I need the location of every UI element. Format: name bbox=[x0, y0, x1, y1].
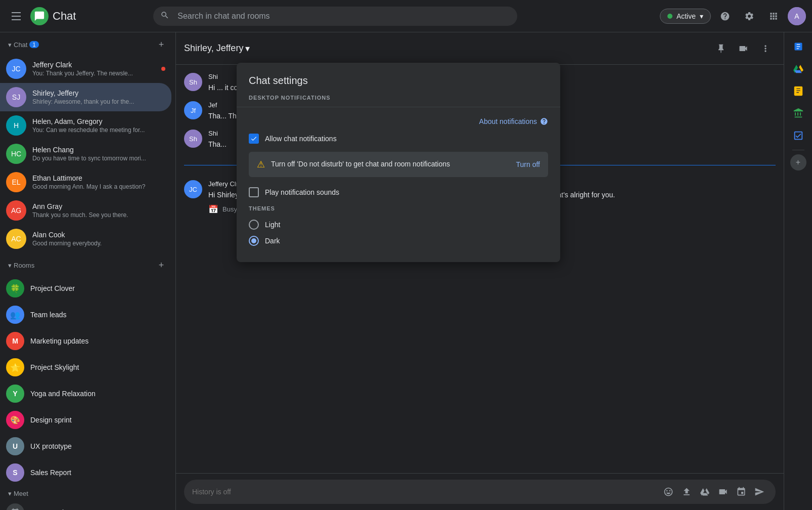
theme-light-row: Light bbox=[249, 220, 548, 230]
search-input[interactable] bbox=[153, 7, 517, 26]
room-item-project-clover[interactable]: 🍀 Project Clover bbox=[0, 275, 171, 302]
allow-chat-notifications-row: Allow chat notifications bbox=[249, 134, 548, 144]
room-item-sales-report[interactable]: S Sales Report bbox=[0, 459, 171, 486]
topbar-right: Active ▾ A bbox=[660, 6, 806, 26]
keep-app-icon bbox=[793, 86, 804, 97]
chat-item-shirley-jeffery[interactable]: SJ Shirley, Jeffery Shirley: Awesome, th… bbox=[0, 83, 171, 111]
right-panel: + bbox=[784, 32, 812, 510]
room-name: Design sprint bbox=[30, 416, 72, 424]
calendar-app-icon bbox=[793, 41, 803, 52]
avatar: AC bbox=[6, 229, 26, 249]
right-panel-drive-icon[interactable] bbox=[788, 59, 808, 79]
dnd-warning-icon: ⚠ bbox=[257, 159, 265, 170]
chat-item-ann-gray[interactable]: AG Ann Gray Thank you so much. See you t… bbox=[0, 196, 171, 225]
chat-settings-panel: Chat settings DESKTOP NOTIFICATIONS Abou… bbox=[237, 63, 560, 262]
help-circle-icon bbox=[540, 117, 548, 125]
room-item-team-leads[interactable]: 👥 Team leads bbox=[0, 302, 171, 328]
right-panel-keep-icon[interactable] bbox=[788, 81, 808, 101]
chat-item-helen-chang[interactable]: HC Helen Chang Do you have time to sync … bbox=[0, 140, 171, 168]
settings-button[interactable] bbox=[739, 6, 759, 26]
search-icon bbox=[160, 11, 169, 22]
theme-light-label: Light bbox=[265, 221, 280, 229]
theme-light-radio[interactable] bbox=[249, 220, 259, 230]
chat-area: Shirley, Jeffery ▾ Sh bbox=[176, 32, 784, 510]
chat-item-ethan-lattimore[interactable]: EL Ethan Lattimore Good morning Ann. May… bbox=[0, 168, 171, 196]
new-meeting-icon bbox=[6, 503, 24, 510]
dnd-text: Turn off 'Do not disturb' to get chat an… bbox=[271, 159, 510, 169]
svg-rect-1 bbox=[794, 87, 802, 96]
app-title: Chat bbox=[53, 10, 76, 23]
right-panel-contacts-icon[interactable] bbox=[788, 103, 808, 123]
theme-dark-radio[interactable] bbox=[249, 236, 259, 246]
right-panel-divider bbox=[792, 150, 804, 150]
topbar: Chat Active ▾ A bbox=[0, 0, 812, 32]
allow-chat-notifications-checkbox[interactable] bbox=[249, 134, 259, 144]
settings-about-row: About notifications bbox=[249, 117, 548, 125]
chat-item-jeffery-clark[interactable]: JC Jeffery Clark You: Thank you Jeffery.… bbox=[0, 55, 171, 83]
search-bar bbox=[153, 7, 517, 26]
meet-section-toggle[interactable]: ▾ Meet bbox=[8, 490, 28, 497]
room-icon: S bbox=[6, 463, 24, 482]
active-status-label: Active bbox=[676, 12, 696, 20]
meet-section-label: Meet bbox=[14, 490, 28, 497]
avatar: AG bbox=[6, 200, 26, 221]
apps-button[interactable] bbox=[763, 6, 784, 26]
hamburger-icon bbox=[12, 12, 21, 20]
right-panel-calendar-icon[interactable] bbox=[788, 36, 808, 57]
rooms-add-button[interactable]: + bbox=[153, 257, 169, 273]
desktop-notifications-label: DESKTOP NOTIFICATIONS bbox=[237, 95, 560, 107]
room-item-design-sprint[interactable]: 🎨 Design sprint bbox=[0, 407, 171, 433]
chat-name: Jeffery Clark bbox=[32, 61, 155, 69]
turn-off-dnd-button[interactable]: Turn off bbox=[516, 160, 540, 168]
apps-icon bbox=[769, 11, 779, 21]
user-avatar[interactable]: A bbox=[788, 7, 806, 25]
chat-info: Jeffery Clark You: Thank you Jeffery. Th… bbox=[32, 61, 155, 77]
chat-name: Ann Gray bbox=[32, 202, 165, 210]
checkmark-icon bbox=[250, 135, 257, 142]
overlay-backdrop[interactable]: Chat settings DESKTOP NOTIFICATIONS Abou… bbox=[176, 32, 784, 510]
chevron-down-icon: ▾ bbox=[8, 262, 12, 269]
right-panel-add-button[interactable]: + bbox=[790, 154, 806, 171]
hamburger-menu[interactable] bbox=[6, 6, 26, 26]
chat-preview: Shirley: Awesome, thank you for the... bbox=[32, 98, 165, 105]
themes-label: THEMES bbox=[249, 205, 548, 211]
room-item-yoga-relaxation[interactable]: Y Yoga and Relaxation bbox=[0, 380, 171, 407]
help-button[interactable] bbox=[715, 6, 735, 26]
drive-app-icon bbox=[793, 63, 804, 74]
avatar: HC bbox=[6, 144, 26, 164]
chat-section-label: Chat bbox=[14, 41, 27, 49]
room-item-marketing-updates[interactable]: M Marketing updates bbox=[0, 328, 171, 354]
chat-section-toggle[interactable]: ▾ Chat 1 bbox=[8, 41, 39, 49]
room-item-ux-prototype[interactable]: U UX prototype bbox=[0, 433, 171, 459]
room-icon: 🎨 bbox=[6, 411, 24, 429]
chat-item-helen-adam-gregory[interactable]: H Helen, Adam, Gregory You: Can we resch… bbox=[0, 111, 171, 140]
room-name: UX prototype bbox=[30, 442, 72, 450]
avatar: SJ bbox=[6, 87, 26, 107]
about-notifications-text: About notifications bbox=[479, 117, 537, 125]
about-notifications-link[interactable]: About notifications bbox=[479, 117, 548, 125]
active-status-button[interactable]: Active ▾ bbox=[660, 9, 711, 24]
settings-body: About notifications Allow chat notificat… bbox=[237, 107, 560, 262]
right-panel-tasks-icon[interactable] bbox=[788, 125, 808, 146]
chat-info: Alan Cook Good morning everybody. bbox=[32, 231, 165, 247]
meet-item-new-meeting[interactable]: New meeting bbox=[0, 499, 171, 510]
room-item-project-skylight[interactable]: 🌟 Project Skylight bbox=[0, 354, 171, 380]
chat-preview: You: Thank you Jeffery. The newsle... bbox=[32, 70, 155, 77]
room-icon: M bbox=[6, 332, 24, 350]
rooms-section-header: ▾ Rooms + bbox=[0, 253, 175, 275]
contacts-app-icon bbox=[793, 108, 804, 119]
chevron-down-icon: ▾ bbox=[700, 12, 703, 20]
room-icon: 🍀 bbox=[6, 279, 24, 298]
rooms-section-toggle[interactable]: ▾ Rooms bbox=[8, 262, 34, 269]
play-sounds-row: Play notification sounds bbox=[249, 187, 548, 197]
chat-info: Helen Chang Do you have time to sync tom… bbox=[32, 146, 165, 162]
chat-name: Helen Chang bbox=[32, 146, 165, 154]
allow-chat-notifications-label: Allow chat notifications bbox=[265, 135, 337, 143]
chat-preview: Thank you so much. See you there. bbox=[32, 211, 165, 219]
chat-info: Ann Gray Thank you so much. See you ther… bbox=[32, 202, 165, 219]
chat-item-alan-cook[interactable]: AC Alan Cook Good morning everybody. bbox=[0, 225, 171, 253]
avatar: JC bbox=[6, 59, 26, 79]
chat-add-button[interactable]: + bbox=[153, 36, 169, 53]
play-sounds-checkbox[interactable] bbox=[249, 187, 259, 197]
settings-title: Chat settings bbox=[237, 63, 560, 95]
